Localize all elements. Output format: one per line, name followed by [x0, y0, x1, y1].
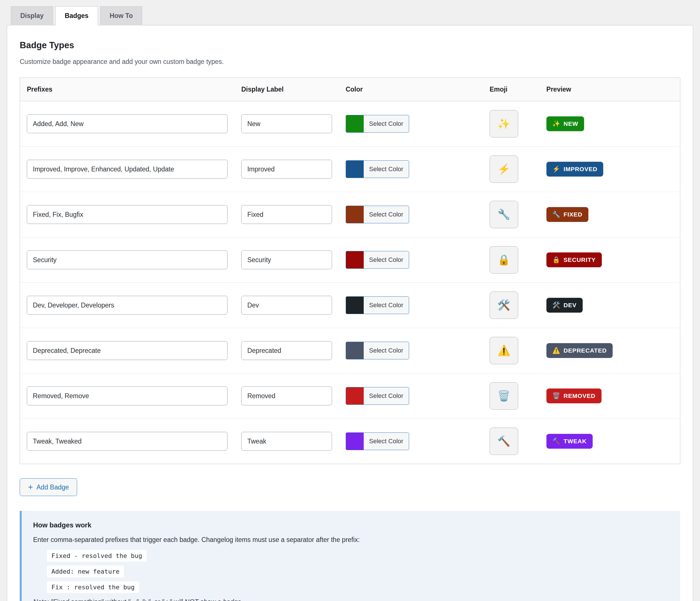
column-header-emoji: Emoji: [483, 78, 540, 101]
badge-preview-label: REMOVED: [564, 392, 596, 399]
table-row: Select Color ⚠️ ⚠️ DEPRECATED: [20, 328, 680, 373]
color-swatch: [346, 161, 364, 178]
emoji-picker-button[interactable]: 🔨: [490, 427, 518, 455]
badge-preview: 🗑️ REMOVED: [546, 389, 601, 403]
badge-preview-label: TWEAK: [564, 438, 587, 445]
prefixes-input[interactable]: [27, 251, 227, 269]
plus-icon: +: [28, 483, 33, 492]
badge-preview-emoji: ⚡: [552, 165, 560, 173]
prefixes-input[interactable]: [27, 341, 227, 360]
example-code-line: Added: new feature: [47, 566, 124, 577]
column-header-color: Color: [339, 78, 483, 101]
table-row: Select Color 🔧 🔧 FIXED: [20, 192, 680, 237]
table-row: Select Color 🗑️ 🗑️ REMOVED: [20, 373, 680, 419]
badge-preview-emoji: 🗑️: [552, 392, 560, 400]
emoji-picker-button[interactable]: ⚡: [490, 155, 518, 183]
badge-types-table: Prefixes Display Label Color Emoji Previ…: [20, 78, 680, 464]
table-row: Select Color ⚡ ⚡ IMPROVED: [20, 147, 680, 192]
add-badge-button[interactable]: + Add Badge: [20, 478, 77, 496]
color-swatch: [346, 115, 364, 132]
table-row: Select Color 🛠️ 🛠️ DEV: [20, 283, 680, 328]
prefixes-input[interactable]: [27, 160, 227, 179]
emoji-picker-button[interactable]: 🗑️: [490, 382, 518, 410]
display-label-input[interactable]: [241, 387, 332, 405]
badge-preview-emoji: 🛠️: [552, 302, 560, 309]
emoji-picker-button[interactable]: 🛠️: [490, 291, 518, 319]
display-label-input[interactable]: [241, 114, 332, 133]
prefixes-input[interactable]: [27, 387, 227, 405]
notice-title: How badges work: [33, 521, 669, 529]
display-label-input[interactable]: [241, 205, 332, 224]
table-row: Select Color 🔨 🔨 TWEAK: [20, 419, 680, 464]
badge-preview-emoji: 🔨: [552, 438, 560, 445]
column-header-preview: Preview: [540, 78, 680, 101]
badge-preview: 🔧 FIXED: [546, 207, 589, 222]
color-swatch: [346, 387, 364, 404]
tab-badges[interactable]: Badges: [55, 6, 98, 25]
table-row: Select Color ✨ ✨ NEW: [20, 101, 680, 147]
select-color-label: Select Color: [369, 392, 403, 400]
badge-preview-emoji: ✨: [552, 120, 560, 128]
emoji-picker-button[interactable]: ⚠️: [490, 337, 518, 364]
emoji-picker-button[interactable]: ✨: [490, 110, 518, 137]
notice-examples: Fixed - resolved the bug Added: new feat…: [33, 550, 669, 593]
badge-preview: ⚡ IMPROVED: [546, 162, 603, 177]
badge-preview: 🔨 TWEAK: [546, 434, 593, 449]
select-color-button[interactable]: Select Color: [346, 342, 409, 359]
table-row: Select Color 🔒 🔒 SECURITY: [20, 237, 680, 283]
add-badge-label: Add Badge: [36, 484, 69, 491]
prefixes-input[interactable]: [27, 205, 227, 224]
select-color-button[interactable]: Select Color: [346, 206, 409, 223]
color-swatch: [346, 206, 364, 223]
badge-preview-label: FIXED: [564, 211, 582, 218]
notice-note: Note: "Fixed something" without " - ", "…: [33, 598, 669, 601]
tab-display[interactable]: Display: [11, 6, 53, 25]
color-swatch: [346, 433, 364, 450]
prefixes-input[interactable]: [27, 296, 227, 315]
prefixes-input[interactable]: [27, 114, 227, 133]
badge-preview-label: DEV: [564, 302, 577, 309]
display-label-input[interactable]: [241, 341, 332, 360]
column-header-display-label: Display Label: [234, 78, 339, 101]
select-color-label: Select Color: [369, 347, 403, 354]
display-label-input[interactable]: [241, 296, 332, 315]
example-code-line: Fixed - resolved the bug: [47, 550, 147, 561]
color-swatch: [346, 342, 364, 359]
badge-preview: 🔒 SECURITY: [546, 253, 602, 267]
select-color-label: Select Color: [369, 302, 403, 309]
badge-preview-emoji: 🔒: [552, 256, 560, 264]
notice-intro: Enter comma-separated prefixes that trig…: [33, 536, 669, 544]
page-description: Customize badge appearance and add your …: [20, 58, 680, 66]
color-swatch: [346, 297, 364, 314]
emoji-picker-button[interactable]: 🔒: [490, 246, 518, 273]
badge-preview-label: SECURITY: [564, 256, 596, 263]
tab-how-to[interactable]: How To: [100, 6, 142, 25]
select-color-button[interactable]: Select Color: [346, 160, 409, 178]
badge-preview: ⚠️ DEPRECATED: [546, 343, 612, 358]
badge-preview-emoji: 🔧: [552, 211, 560, 218]
select-color-label: Select Color: [369, 256, 403, 264]
display-label-input[interactable]: [241, 251, 332, 269]
select-color-label: Select Color: [369, 120, 403, 128]
select-color-button[interactable]: Select Color: [346, 296, 409, 314]
example-code-line: Fix : resolved the bug: [47, 581, 139, 593]
badge-preview-label: IMPROVED: [564, 166, 597, 173]
select-color-label: Select Color: [369, 165, 403, 173]
page-title: Badge Types: [20, 40, 680, 51]
badge-preview-emoji: ⚠️: [552, 347, 560, 354]
prefixes-input[interactable]: [27, 432, 227, 451]
select-color-label: Select Color: [369, 211, 403, 218]
table-header-row: Prefixes Display Label Color Emoji Previ…: [20, 78, 680, 101]
emoji-picker-button[interactable]: 🔧: [490, 201, 518, 228]
select-color-button[interactable]: Select Color: [346, 387, 409, 405]
select-color-button[interactable]: Select Color: [346, 433, 409, 450]
column-header-prefixes: Prefixes: [20, 78, 235, 101]
select-color-label: Select Color: [369, 438, 403, 445]
select-color-button[interactable]: Select Color: [346, 115, 409, 133]
display-label-input[interactable]: [241, 432, 332, 451]
display-label-input[interactable]: [241, 160, 332, 179]
badge-preview: 🛠️ DEV: [546, 298, 583, 313]
badge-preview-label: DEPRECATED: [564, 347, 607, 354]
settings-panel: Badge Types Customize badge appearance a…: [7, 25, 693, 601]
select-color-button[interactable]: Select Color: [346, 251, 409, 269]
